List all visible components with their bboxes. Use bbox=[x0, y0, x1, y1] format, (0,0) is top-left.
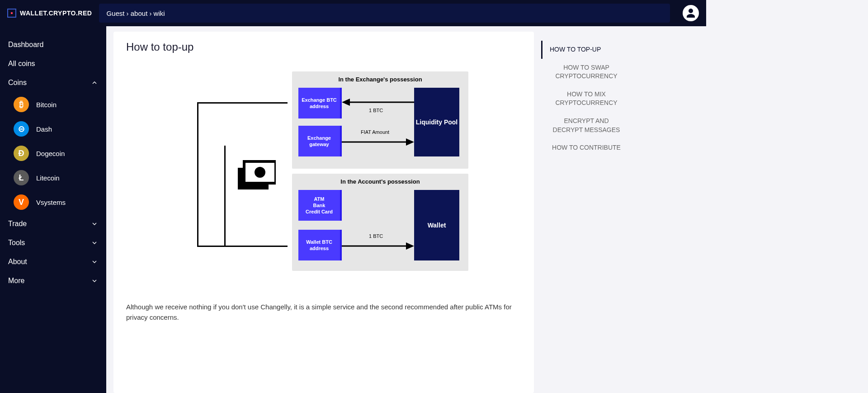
box-exchange-btc: Exchange BTC address bbox=[298, 88, 342, 118]
arrow-label-1btc-2: 1 BTC bbox=[369, 233, 383, 239]
box-exchange-gateway: Exchange gateway bbox=[298, 126, 342, 156]
arrow-label-1btc: 1 BTC bbox=[369, 108, 383, 113]
box-atm-bank: ATM Bank Credit Card bbox=[298, 190, 342, 221]
chevron-down-icon bbox=[91, 239, 98, 246]
toc-item[interactable]: HOW TO SWAP CRYPTOCURRENCY bbox=[541, 59, 632, 85]
chevron-down-icon bbox=[91, 277, 98, 284]
main-content: How to top-up In the Exchange's bbox=[106, 26, 706, 393]
arrow-left-icon bbox=[342, 98, 414, 107]
group-title-account: In the Account's possession bbox=[297, 178, 464, 185]
breadcrumb-text: Guest › about › wiki bbox=[106, 9, 165, 17]
coin-label: Dogecoin bbox=[36, 150, 65, 157]
sidebar-item-more[interactable]: More bbox=[0, 271, 106, 290]
toc-item[interactable]: ENCRYPT AND DECRYPT MESSAGES bbox=[541, 112, 632, 139]
article-card: How to top-up In the Exchange's bbox=[113, 32, 534, 393]
sidebar-label-trade: Trade bbox=[8, 220, 27, 228]
sidebar-label-coins: Coins bbox=[8, 79, 27, 87]
sidebar-item-coins[interactable]: Coins bbox=[0, 73, 106, 92]
logo-icon bbox=[7, 9, 16, 18]
arrow-label-fiat: FIAT Amount bbox=[361, 129, 389, 135]
sidebar-coin-bitcoin[interactable]: ₿Bitcoin bbox=[0, 92, 106, 117]
sidebar: Dashboard All coins Coins ₿Bitcoin⊝DashÐ… bbox=[0, 26, 106, 393]
sidebar-item-tools[interactable]: Tools bbox=[0, 233, 106, 252]
sidebar-item-about[interactable]: About bbox=[0, 252, 106, 271]
svg-point-2 bbox=[255, 167, 265, 178]
logo-text: WALLET.CRYPTO.RED bbox=[20, 9, 92, 17]
coin-icon: ⊝ bbox=[14, 121, 29, 137]
sidebar-label-more: More bbox=[8, 277, 24, 285]
page-title: How to top-up bbox=[126, 41, 521, 53]
coin-label: Dash bbox=[36, 125, 52, 133]
topup-diagram: In the Exchange's possession Exchange BT… bbox=[126, 71, 521, 284]
logo[interactable]: WALLET.CRYPTO.RED bbox=[7, 9, 92, 18]
sidebar-label-all-coins: All coins bbox=[8, 60, 35, 68]
coin-label: Litecoin bbox=[36, 174, 60, 182]
toc-item[interactable]: HOW TO TOP-UP bbox=[541, 41, 632, 59]
account-button[interactable] bbox=[683, 5, 699, 21]
sidebar-item-trade[interactable]: Trade bbox=[0, 214, 106, 233]
coin-icon: Ł bbox=[14, 170, 29, 185]
box-wallet-btc: Wallet BTC address bbox=[298, 230, 342, 260]
svg-marker-8 bbox=[406, 242, 414, 250]
breadcrumb[interactable]: Guest › about › wiki bbox=[99, 4, 670, 23]
sidebar-coin-litecoin[interactable]: ŁLitecoin bbox=[0, 166, 106, 190]
toc-item[interactable]: HOW TO CONTRIBUTE bbox=[541, 139, 632, 157]
sidebar-label-tools: Tools bbox=[8, 239, 25, 247]
arrow-right-icon bbox=[342, 241, 414, 251]
sidebar-coin-dash[interactable]: ⊝Dash bbox=[0, 117, 106, 141]
sidebar-item-dashboard[interactable]: Dashboard bbox=[0, 35, 106, 54]
sidebar-coin-dogecoin[interactable]: ÐDogecoin bbox=[0, 141, 106, 166]
article-body: Although we receive nothing if you don't… bbox=[126, 302, 521, 322]
coin-label: Vsystems bbox=[36, 199, 66, 206]
coin-icon: ₿ bbox=[14, 97, 29, 112]
sidebar-label-about: About bbox=[8, 258, 27, 266]
svg-marker-4 bbox=[342, 99, 350, 106]
svg-marker-6 bbox=[406, 138, 414, 146]
table-of-contents: HOW TO TOP-UPHOW TO SWAP CRYPTOCURRENCYH… bbox=[541, 32, 632, 393]
chevron-down-icon bbox=[91, 258, 98, 265]
chevron-down-icon bbox=[91, 220, 98, 227]
group-title-exchange: In the Exchange's possession bbox=[297, 76, 464, 83]
box-liquidity-pool: Liquidity Pool bbox=[414, 88, 459, 156]
sidebar-coin-vsystems[interactable]: VVsystems bbox=[0, 190, 106, 214]
arrow-right-icon bbox=[342, 137, 414, 147]
sidebar-item-all-coins[interactable]: All coins bbox=[0, 54, 106, 73]
coin-label: Bitcoin bbox=[36, 101, 57, 109]
chevron-up-icon bbox=[91, 79, 98, 86]
user-icon bbox=[685, 8, 696, 19]
top-bar: WALLET.CRYPTO.RED Guest › about › wiki bbox=[0, 0, 706, 26]
toc-item[interactable]: HOW TO MIX CRYPTOCURRENCY bbox=[541, 85, 632, 112]
money-icon bbox=[238, 160, 276, 193]
coin-icon: V bbox=[14, 194, 29, 210]
coin-icon: Ð bbox=[14, 146, 29, 161]
box-wallet: Wallet bbox=[414, 190, 459, 260]
sidebar-label-dashboard: Dashboard bbox=[8, 41, 43, 49]
